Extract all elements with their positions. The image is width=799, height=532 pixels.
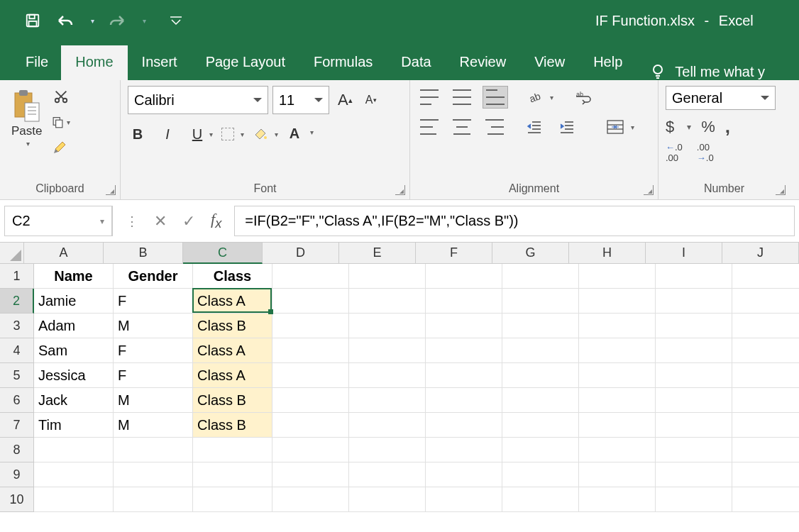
tab-formulas[interactable]: Formulas: [299, 45, 387, 80]
cell-I8[interactable]: [656, 438, 732, 462]
cell-F3[interactable]: [426, 314, 502, 338]
cells-area[interactable]: NameGenderClassJamieFClass AAdamMClass B…: [34, 264, 799, 512]
cell-A2[interactable]: Jamie: [34, 289, 114, 314]
percent-button[interactable]: %: [701, 118, 715, 136]
cell-I1[interactable]: [656, 264, 732, 289]
cell-G3[interactable]: [502, 314, 579, 338]
decrease-indent-button[interactable]: [522, 116, 546, 138]
cell-I5[interactable]: [656, 363, 732, 388]
italic-button[interactable]: I: [158, 123, 177, 145]
cell-B10[interactable]: [114, 487, 193, 512]
cell-A9[interactable]: [34, 462, 114, 487]
cell-F9[interactable]: [426, 462, 502, 487]
underline-button[interactable]: U▾: [187, 123, 207, 145]
cell-D1[interactable]: [272, 264, 349, 289]
cell-F7[interactable]: [426, 413, 502, 438]
cell-H9[interactable]: [579, 462, 656, 487]
cell-B6[interactable]: M: [114, 388, 193, 413]
tab-help[interactable]: Help: [579, 45, 637, 80]
enter-formula-button[interactable]: ✓: [182, 212, 195, 231]
wrap-text-button[interactable]: ab: [571, 86, 597, 109]
cell-I7[interactable]: [656, 413, 732, 438]
cell-F2[interactable]: [426, 289, 502, 314]
cell-B4[interactable]: F: [114, 338, 193, 363]
number-dialog-launcher[interactable]: [776, 185, 786, 195]
align-left-button[interactable]: [417, 116, 441, 138]
cell-D7[interactable]: [272, 413, 349, 438]
column-header-B[interactable]: B: [104, 243, 183, 264]
cell-C10[interactable]: [193, 487, 272, 512]
cell-H5[interactable]: [579, 363, 656, 388]
cell-E7[interactable]: [349, 413, 426, 438]
undo-icon[interactable]: [55, 11, 75, 31]
cell-J5[interactable]: [732, 363, 799, 388]
font-name-combo[interactable]: Calibri: [128, 86, 268, 114]
row-header-6[interactable]: 6: [0, 388, 34, 413]
paste-dropdown[interactable]: ▾: [26, 140, 30, 148]
copy-dropdown[interactable]: ▾: [67, 118, 70, 126]
cell-J1[interactable]: [732, 264, 799, 289]
align-middle-button[interactable]: [450, 87, 474, 108]
cell-D4[interactable]: [272, 338, 349, 363]
cell-J4[interactable]: [732, 338, 799, 363]
cell-J6[interactable]: [732, 388, 799, 413]
tab-view[interactable]: View: [520, 45, 579, 80]
row-header-5[interactable]: 5: [0, 363, 34, 388]
cell-E9[interactable]: [349, 462, 426, 487]
cell-H4[interactable]: [579, 338, 656, 363]
cell-A1[interactable]: Name: [34, 264, 114, 289]
tab-insert[interactable]: Insert: [128, 45, 192, 80]
cell-I9[interactable]: [656, 462, 732, 487]
align-top-button[interactable]: [417, 87, 441, 108]
cell-J8[interactable]: [732, 438, 799, 462]
column-header-F[interactable]: F: [416, 243, 492, 264]
fill-color-button[interactable]: ▾: [248, 123, 272, 145]
cell-D8[interactable]: [272, 438, 349, 462]
cell-F8[interactable]: [426, 438, 502, 462]
cell-H10[interactable]: [579, 487, 656, 512]
cell-E3[interactable]: [349, 314, 426, 338]
cell-C9[interactable]: [193, 462, 272, 487]
row-header-10[interactable]: 10: [0, 487, 34, 512]
fx-button[interactable]: fx: [211, 210, 221, 231]
cell-G1[interactable]: [502, 264, 579, 289]
currency-dropdown[interactable]: ▾: [687, 122, 691, 132]
name-box[interactable]: C2▾: [4, 206, 112, 236]
cell-E6[interactable]: [349, 388, 426, 413]
column-header-I[interactable]: I: [646, 243, 722, 264]
cell-A10[interactable]: [34, 487, 114, 512]
align-bottom-button[interactable]: [483, 86, 508, 109]
cell-H3[interactable]: [579, 314, 656, 338]
cell-I2[interactable]: [656, 289, 732, 314]
border-button[interactable]: ▾: [217, 123, 238, 145]
cell-I10[interactable]: [656, 487, 732, 512]
cell-E2[interactable]: [349, 289, 426, 314]
cell-A6[interactable]: Jack: [34, 388, 114, 413]
cell-A8[interactable]: [34, 438, 114, 462]
cell-G9[interactable]: [502, 462, 579, 487]
cell-E4[interactable]: [349, 338, 426, 363]
cell-H7[interactable]: [579, 413, 656, 438]
name-box-dropdown[interactable]: ▾: [100, 216, 104, 226]
align-center-button[interactable]: [450, 116, 474, 138]
cell-I4[interactable]: [656, 338, 732, 363]
clipboard-dialog-launcher[interactable]: [106, 185, 116, 195]
tab-page-layout[interactable]: Page Layout: [192, 45, 299, 80]
cell-F4[interactable]: [426, 338, 502, 363]
cell-B3[interactable]: M: [114, 314, 193, 338]
cell-G7[interactable]: [502, 413, 579, 438]
cell-F5[interactable]: [426, 363, 502, 388]
cell-C2[interactable]: Class A: [193, 289, 272, 314]
cell-F6[interactable]: [426, 388, 502, 413]
select-all-corner[interactable]: [0, 243, 24, 264]
decrease-decimal-button[interactable]: .00→.0: [697, 142, 714, 163]
undo-dropdown[interactable]: ▾: [91, 17, 94, 25]
cell-J2[interactable]: [732, 289, 799, 314]
alignment-dialog-launcher[interactable]: [644, 185, 654, 195]
cell-H8[interactable]: [579, 438, 656, 462]
column-header-G[interactable]: G: [492, 243, 569, 264]
row-header-2[interactable]: 2: [0, 289, 34, 314]
row-header-8[interactable]: 8: [0, 438, 34, 462]
cell-A7[interactable]: Tim: [34, 413, 114, 438]
cell-B2[interactable]: F: [114, 289, 193, 314]
